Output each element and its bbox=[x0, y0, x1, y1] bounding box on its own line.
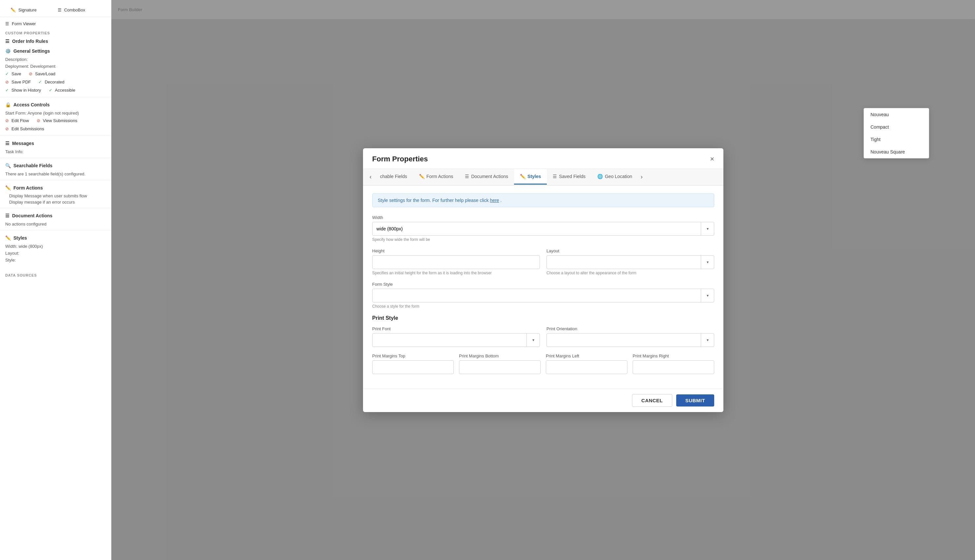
block-icon-viewsub: ⊘ bbox=[37, 118, 40, 123]
search-icon: 🔍 bbox=[5, 163, 11, 168]
print-font-orientation-row: Print Font ▾ Print Orientation ▾ bbox=[372, 326, 714, 353]
layout-option-compact[interactable]: Compact bbox=[864, 121, 929, 133]
modal-header: Form Properties × bbox=[363, 148, 723, 169]
tab-nav-prev[interactable]: ‹ bbox=[367, 169, 374, 185]
sidebar-signature-label: Signature bbox=[18, 8, 37, 12]
view-submissions-label: View Submissions bbox=[43, 118, 77, 123]
print-margins-top-input[interactable] bbox=[372, 360, 454, 374]
sidebar-show-history[interactable]: ✓ Show in History ✓ Accessible bbox=[0, 86, 111, 94]
sidebar-save[interactable]: ✓ Save ⊘ Save/Load bbox=[0, 70, 111, 78]
layout-option-nouveau-square[interactable]: Nouveau Square bbox=[864, 146, 929, 158]
block-icon-editsub: ⊘ bbox=[5, 126, 9, 131]
print-margins-right-label: Print Margins Right bbox=[633, 353, 714, 358]
modal-close-button[interactable]: × bbox=[710, 155, 714, 163]
sidebar-styles[interactable]: ✏️ Styles bbox=[0, 233, 111, 243]
task-info-row: Task Info: bbox=[0, 148, 111, 155]
print-font-dropdown-arrow[interactable]: ▾ bbox=[527, 333, 540, 347]
tabs-bar: ‹ chable Fields ✏️ Form Actions ☰ Docume… bbox=[363, 169, 723, 185]
width-hint: Specify how wide the form will be bbox=[372, 237, 714, 242]
sidebar-item-form-viewer[interactable]: ☰ Form Viewer bbox=[0, 20, 111, 28]
tab-nav-next[interactable]: › bbox=[638, 169, 646, 185]
cancel-button[interactable]: CANCEL bbox=[632, 394, 672, 407]
info-banner-link[interactable]: here bbox=[490, 198, 499, 203]
main-area: Form Builder Form Properties × ‹ chable … bbox=[111, 0, 975, 560]
sidebar: ✏️ Signature ☰ ComboBox ☰ Form Viewer CU… bbox=[0, 0, 111, 560]
block-icon-saveload: ⊘ bbox=[29, 72, 32, 76]
messages-icon: ☰ bbox=[5, 141, 10, 146]
sidebar-searchable-fields[interactable]: 🔍 Searchable Fields bbox=[0, 161, 111, 170]
tab-styles[interactable]: ✏️ Styles bbox=[514, 169, 547, 185]
print-margins-left-label: Print Margins Left bbox=[546, 353, 627, 358]
tab-searchable-fields[interactable]: chable Fields bbox=[374, 169, 413, 185]
print-font-input-wrapper[interactable]: ▾ bbox=[372, 333, 540, 347]
form-actions-tab-label: Form Actions bbox=[426, 174, 453, 179]
print-margins-right-group: Print Margins Right bbox=[633, 353, 714, 374]
sidebar-savepdf[interactable]: ⊘ Save PDF ✓ Decorated bbox=[0, 78, 111, 86]
print-margins-bottom-input[interactable] bbox=[459, 360, 540, 374]
height-input[interactable] bbox=[372, 255, 540, 269]
save-label: Save bbox=[12, 72, 21, 76]
sidebar-item-combobox[interactable]: ☰ ComboBox bbox=[52, 6, 90, 14]
edit-submissions-label: Edit Submissions bbox=[12, 126, 44, 131]
document-actions-icon: ☰ bbox=[5, 213, 10, 218]
sidebar-access-controls[interactable]: 🔒 Access Controls bbox=[0, 100, 111, 110]
print-orientation-input-wrapper[interactable]: ▾ bbox=[547, 333, 714, 347]
form-style-input-wrapper[interactable]: ▾ bbox=[372, 289, 714, 302]
data-sources-label: DATA SOURCES bbox=[0, 270, 111, 278]
deployment-row: Deployment: Development bbox=[0, 63, 111, 70]
form-viewer-icon: ☰ bbox=[5, 21, 9, 26]
layout-option-nouveau[interactable]: Nouveau bbox=[864, 108, 929, 121]
tab-form-actions[interactable]: ✏️ Form Actions bbox=[413, 169, 459, 185]
form-actions-tab-icon: ✏️ bbox=[419, 174, 425, 179]
sidebar-document-actions[interactable]: ☰ Document Actions bbox=[0, 211, 111, 221]
block-icon-savepdf: ⊘ bbox=[5, 80, 9, 85]
layout-dropdown-arrow[interactable]: ▾ bbox=[701, 256, 714, 269]
print-orientation-dropdown-arrow[interactable]: ▾ bbox=[701, 333, 714, 347]
width-field-group: Width ▾ Specify how wide the form will b… bbox=[372, 215, 714, 242]
info-banner-suffix: . bbox=[500, 198, 502, 203]
description-row: Description: bbox=[0, 56, 111, 63]
tab-document-actions[interactable]: ☰ Document Actions bbox=[459, 169, 514, 185]
sidebar-edit-flow[interactable]: ⊘ Edit Flow ⊘ View Submissions bbox=[0, 117, 111, 125]
tab-geo-location[interactable]: 🌐 Geo Location bbox=[591, 169, 638, 185]
modal-overlay: Form Properties × ‹ chable Fields ✏️ For… bbox=[111, 0, 975, 560]
layout-option-tight[interactable]: Tight bbox=[864, 133, 929, 146]
form-style-dropdown-arrow[interactable]: ▾ bbox=[701, 289, 714, 302]
sidebar-general-settings[interactable]: ⚙️ General Settings bbox=[0, 46, 111, 56]
modal-body: Style settings for the form. For further… bbox=[363, 185, 723, 388]
layout-field-group: Layout ▾ Choose a layout to alter the ap… bbox=[547, 248, 714, 275]
print-margins-right-input[interactable] bbox=[633, 360, 714, 374]
sidebar-form-actions[interactable]: ✏️ Form Actions bbox=[0, 183, 111, 193]
sidebar-order-info-rules[interactable]: ☰ Order Info Rules bbox=[0, 36, 111, 46]
saveload-label: Save/Load bbox=[35, 72, 55, 76]
sidebar-edit-submissions[interactable]: ⊘ Edit Submissions bbox=[0, 125, 111, 133]
layout-input-wrapper[interactable]: ▾ bbox=[547, 255, 714, 269]
print-margins-left-input[interactable] bbox=[546, 360, 627, 374]
searchable-fields-tab-label: chable Fields bbox=[380, 174, 407, 179]
edit-flow-label: Edit Flow bbox=[12, 118, 29, 123]
sidebar-item-signature[interactable]: ✏️ Signature bbox=[5, 6, 42, 14]
sidebar-top-items: ✏️ Signature ☰ ComboBox bbox=[0, 3, 111, 17]
form-style-field-group: Form Style ▾ Choose a style for the form bbox=[372, 282, 714, 308]
width-input-wrapper[interactable]: ▾ bbox=[372, 222, 714, 236]
height-hint: Specifies an initial height for the form… bbox=[372, 271, 540, 275]
width-input[interactable] bbox=[373, 226, 701, 232]
print-style-heading: Print Style bbox=[372, 315, 714, 321]
order-info-label: Order Info Rules bbox=[12, 38, 48, 44]
document-actions-tab-label: Document Actions bbox=[471, 174, 508, 179]
general-settings-icon: ⚙️ bbox=[5, 48, 11, 54]
modal-title: Form Properties bbox=[372, 155, 428, 163]
print-orientation-input[interactable] bbox=[547, 337, 701, 343]
print-margins-top-label: Print Margins Top bbox=[372, 353, 454, 358]
start-form-row: Start Form: Anyone (login not required) bbox=[0, 110, 111, 117]
tab-saved-fields[interactable]: ☰ Saved Fields bbox=[547, 169, 591, 185]
width-dropdown-arrow[interactable]: ▾ bbox=[701, 222, 714, 235]
styles-tab-label: Styles bbox=[527, 174, 541, 179]
submit-button[interactable]: SUBMIT bbox=[676, 394, 714, 407]
sidebar-messages[interactable]: ☰ Messages bbox=[0, 138, 111, 148]
print-margins-left-group: Print Margins Left bbox=[546, 353, 627, 374]
lock-icon: 🔒 bbox=[5, 102, 11, 107]
print-font-input[interactable] bbox=[373, 337, 527, 343]
form-style-input[interactable] bbox=[373, 293, 701, 298]
layout-input[interactable] bbox=[547, 260, 701, 265]
